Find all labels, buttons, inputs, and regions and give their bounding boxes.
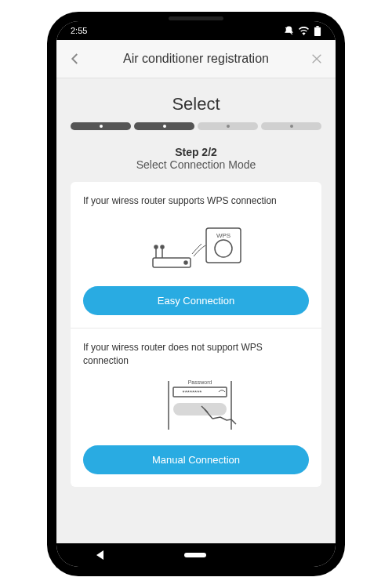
screen: 2:55 Air conditioner registration Select (56, 21, 336, 567)
svg-point-9 (161, 245, 164, 249)
svg-text:WPS: WPS (216, 232, 230, 239)
speaker-grill (169, 16, 223, 20)
close-button[interactable] (307, 53, 326, 65)
close-icon (310, 53, 323, 65)
status-time: 2:55 (71, 26, 87, 35)
svg-point-12 (215, 240, 232, 257)
progress-step-1 (71, 122, 131, 130)
easy-connection-button[interactable]: Easy Connection (83, 286, 309, 315)
manual-option: If your wiress router does not support W… (71, 328, 321, 488)
step-label: Step 2/2 (71, 146, 321, 158)
svg-rect-18 (173, 403, 227, 416)
nav-home-icon[interactable] (184, 553, 206, 557)
status-icons (284, 26, 321, 36)
chevron-left-icon (68, 52, 82, 66)
phone-frame: 2:55 Air conditioner registration Select (47, 12, 345, 576)
progress-bar (71, 122, 321, 130)
progress-step-2 (134, 122, 194, 130)
section-title: Select (71, 94, 321, 114)
svg-rect-1 (316, 26, 318, 27)
wps-illustration: WPS (83, 216, 309, 277)
app-header: Air conditioner registration (56, 40, 336, 78)
svg-point-5 (184, 261, 187, 264)
easy-option: If your wiress router supports WPS conne… (71, 182, 321, 328)
content: Select Step 2/2 Select Connection Mode I… (56, 78, 336, 543)
svg-text:Password: Password (188, 379, 212, 385)
password-illustration: Password ******** (83, 375, 309, 436)
easy-description: If your wiress router supports WPS conne… (83, 194, 309, 208)
svg-point-7 (154, 245, 158, 249)
manual-description: If your wiress router does not support W… (83, 341, 309, 368)
no-sound-icon (284, 26, 294, 36)
step-subtitle: Select Connection Mode (71, 158, 321, 171)
battery-icon (314, 26, 321, 36)
android-nav-bar (56, 543, 336, 567)
svg-text:********: ******** (183, 389, 202, 396)
nav-back-icon[interactable] (96, 550, 103, 560)
page-title: Air conditioner registration (85, 52, 307, 66)
back-button[interactable] (66, 52, 85, 66)
svg-rect-0 (314, 27, 321, 35)
wifi-icon (299, 27, 309, 35)
progress-step-3 (198, 122, 258, 130)
options-card: If your wiress router supports WPS conne… (71, 182, 321, 487)
progress-step-4 (261, 122, 321, 130)
manual-connection-button[interactable]: Manual Connection (83, 445, 309, 474)
status-bar: 2:55 (56, 21, 336, 40)
